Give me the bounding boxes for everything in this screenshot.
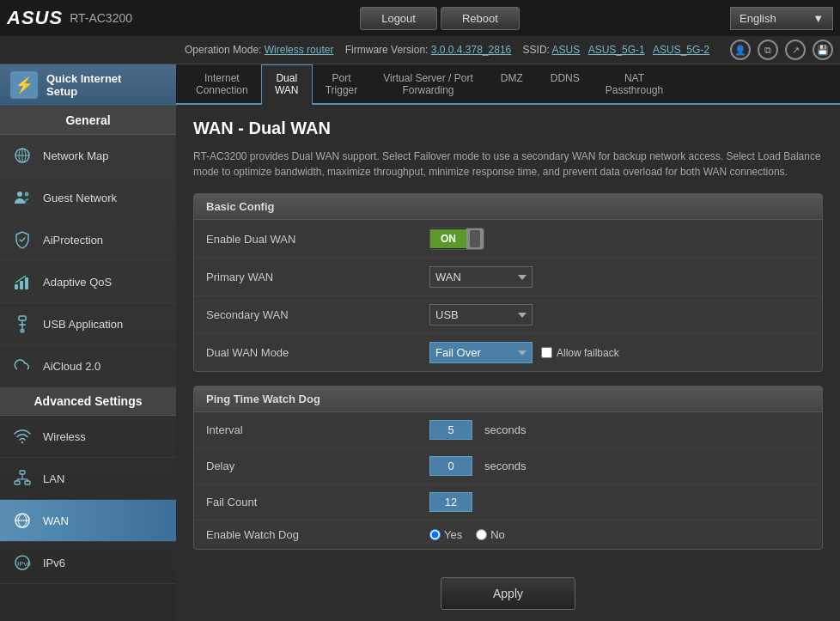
op-mode-value[interactable]: Wireless router [265,44,334,56]
dual-wan-mode-select[interactable]: Fail Over Load Balance [429,342,533,363]
ping-watchdog-section: Ping Time Watch Dog Interval seconds Del… [193,386,823,550]
language-selector[interactable]: English ▼ [730,7,833,30]
wan-icon [10,508,34,533]
fail-count-input[interactable] [429,492,472,512]
sidebar-label-usb-application: USB Application [43,318,123,331]
svg-rect-14 [20,471,25,474]
info-bar-text: Operation Mode: Wireless router Firmware… [185,44,709,56]
top-bar: ASUS RT-AC3200 Logout Reboot English ▼ [0,0,840,36]
top-right: English ▼ [730,7,833,30]
watchdog-no-radio[interactable] [476,529,487,540]
delay-control: seconds [429,456,526,476]
copy-icon[interactable]: ⧉ [758,40,778,60]
delay-input[interactable] [429,456,472,476]
aiprotection-icon [10,228,34,252]
config-row-secondary-wan: Secondary WAN USB WAN [194,296,822,334]
tab-port-trigger[interactable]: PortTrigger [313,64,371,103]
user-icon[interactable]: 👤 [730,40,751,60]
top-buttons: Logout Reboot [149,7,730,30]
sidebar-label-aiprotection: AiProtection [43,234,103,247]
toggle-on-label: ON [430,229,466,248]
sidebar-item-wireless[interactable]: Wireless [0,416,176,458]
page-content: WAN - Dual WAN RT-AC3200 provides Dual W… [176,105,840,621]
fail-count-control [429,492,472,512]
watchdog-yes-radio[interactable] [429,529,441,540]
logo: ASUS RT-AC3200 [7,7,132,29]
allow-failback-checkbox[interactable] [541,347,552,358]
wireless-icon [10,424,34,448]
primary-wan-select[interactable]: WAN USB [429,266,533,288]
sidebar-item-lan[interactable]: LAN [0,458,176,500]
dual-wan-toggle[interactable]: ON [429,228,484,250]
sidebar-item-guest-network[interactable]: Guest Network [0,177,176,219]
sidebar-item-network-map[interactable]: Network Map [0,135,176,177]
save-icon[interactable]: 💾 [813,40,833,60]
sidebar-item-aicloud[interactable]: AiCloud 2.0 [0,345,176,387]
tabs-row: InternetConnection DualWAN PortTrigger V… [176,64,840,105]
tab-virtual-server[interactable]: Virtual Server / PortForwarding [370,64,485,103]
reboot-button[interactable]: Reboot [441,7,520,30]
sidebar-item-usb-application[interactable]: USB Application [0,303,176,345]
svg-rect-8 [25,277,28,289]
sidebar-section-advanced: Advanced Settings [0,387,176,416]
enable-watchdog-label: Enable Watch Dog [206,528,429,541]
lan-icon [10,466,34,490]
logout-button[interactable]: Logout [360,7,437,30]
sidebar-item-aiprotection[interactable]: AiProtection [0,219,176,261]
tab-ddns[interactable]: DDNS [538,64,593,103]
guest-network-icon [10,186,34,210]
chevron-down-icon: ▼ [813,12,824,25]
ssid3-link[interactable]: ASUS_5G-2 [653,44,709,56]
sidebar-item-ipv6[interactable]: IPv6 IPv6 [0,542,176,584]
enable-watchdog-control: Yes No [429,528,505,541]
config-row-delay: Delay seconds [194,448,822,484]
watchdog-no-label[interactable]: No [476,528,505,541]
sidebar: ⚡ Quick InternetSetup General Network Ma… [0,64,176,621]
fw-value[interactable]: 3.0.0.4.378_2816 [431,44,511,56]
page-description: RT-AC3200 provides Dual WAN support. Sel… [193,149,823,180]
sidebar-item-quick-setup[interactable]: ⚡ Quick InternetSetup [0,64,176,107]
interval-control: seconds [429,420,526,440]
interval-input[interactable] [429,420,472,440]
sidebar-label-wan: WAN [43,514,69,527]
info-bar-icons: 👤 ⧉ ↗ 💾 [730,40,833,60]
tab-nat-passthrough[interactable]: NATPassthrough [593,64,676,103]
primary-wan-label: Primary WAN [206,271,429,283]
delay-label: Delay [206,460,429,472]
config-row-enable-dual-wan: Enable Dual WAN ON [194,220,822,259]
config-row-primary-wan: Primary WAN WAN USB [194,259,822,296]
sidebar-item-adaptive-qos[interactable]: Adaptive QoS [0,261,176,303]
dual-wan-mode-control: Fail Over Load Balance Allow failback [429,342,619,363]
config-row-fail-count: Fail Count [194,484,822,521]
page-title: WAN - Dual WAN [193,119,823,138]
allow-failback-label[interactable]: Allow failback [541,347,619,359]
allow-failback-text: Allow failback [557,347,619,359]
watchdog-radio-group: Yes No [429,528,505,541]
share-icon[interactable]: ↗ [785,40,806,60]
content-area: InternetConnection DualWAN PortTrigger V… [176,64,840,621]
svg-text:IPv6: IPv6 [17,560,32,568]
sidebar-label-aicloud: AiCloud 2.0 [43,360,100,373]
watchdog-yes-label[interactable]: Yes [429,528,462,541]
dual-wan-mode-label: Dual WAN Mode [206,346,429,359]
ssid1-link[interactable]: ASUS [552,44,581,56]
op-mode-label: Operation Mode: [185,44,261,56]
quick-setup-label: Quick InternetSetup [46,72,121,98]
secondary-wan-select[interactable]: USB WAN [429,304,533,326]
tab-dmz[interactable]: DMZ [486,64,538,103]
basic-config-header: Basic Config [194,194,822,220]
sidebar-item-wan[interactable]: WAN [0,500,176,542]
watchdog-yes-text: Yes [444,528,462,541]
ssid2-link[interactable]: ASUS_5G-1 [588,44,645,56]
primary-wan-control: WAN USB [429,266,533,288]
ssid-label: SSID: [523,44,550,56]
aicloud-icon [10,354,34,378]
apply-button[interactable]: Apply [441,577,575,610]
tab-dual-wan[interactable]: DualWAN [261,64,313,105]
delay-unit: seconds [484,460,526,472]
sidebar-label-wireless: Wireless [43,430,86,443]
fw-label: Firmware Version: [345,44,429,56]
tab-internet-connection[interactable]: InternetConnection [183,64,261,103]
adaptive-qos-icon [10,270,34,294]
sidebar-label-network-map: Network Map [43,149,109,162]
